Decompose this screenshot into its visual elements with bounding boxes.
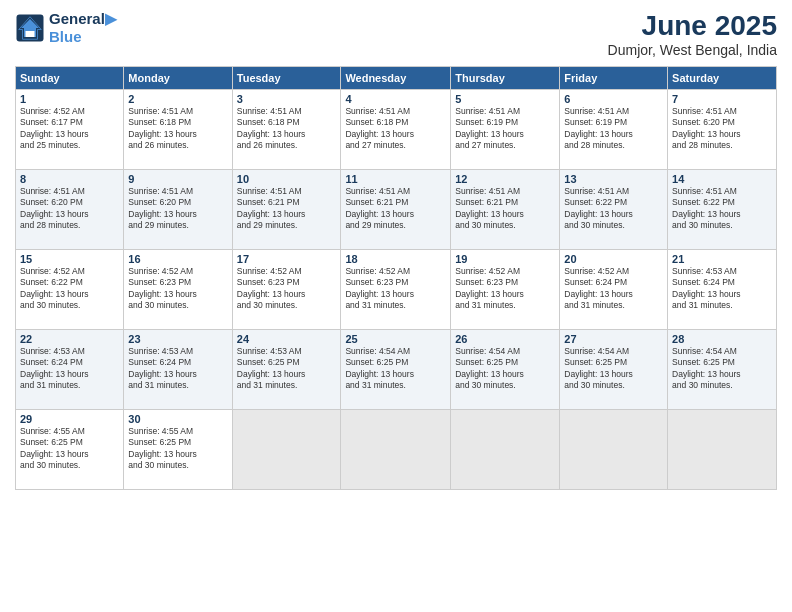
day-number: 9: [128, 173, 227, 185]
col-monday: Monday: [124, 67, 232, 90]
header-row: Sunday Monday Tuesday Wednesday Thursday…: [16, 67, 777, 90]
calendar-cell: [232, 410, 341, 490]
calendar-cell: 18Sunrise: 4:52 AMSunset: 6:23 PMDayligh…: [341, 250, 451, 330]
col-tuesday: Tuesday: [232, 67, 341, 90]
day-number: 20: [564, 253, 663, 265]
day-number: 7: [672, 93, 772, 105]
day-info: Sunrise: 4:52 AMSunset: 6:17 PMDaylight:…: [20, 106, 119, 152]
day-info: Sunrise: 4:51 AMSunset: 6:18 PMDaylight:…: [345, 106, 446, 152]
calendar-cell: 16Sunrise: 4:52 AMSunset: 6:23 PMDayligh…: [124, 250, 232, 330]
calendar-cell: 1Sunrise: 4:52 AMSunset: 6:17 PMDaylight…: [16, 90, 124, 170]
col-thursday: Thursday: [451, 67, 560, 90]
calendar-cell: 23Sunrise: 4:53 AMSunset: 6:24 PMDayligh…: [124, 330, 232, 410]
day-number: 28: [672, 333, 772, 345]
calendar-cell: 25Sunrise: 4:54 AMSunset: 6:25 PMDayligh…: [341, 330, 451, 410]
calendar-cell: 6Sunrise: 4:51 AMSunset: 6:19 PMDaylight…: [560, 90, 668, 170]
col-saturday: Saturday: [668, 67, 777, 90]
logo-text: General▶ Blue: [49, 10, 117, 45]
calendar-body: 1Sunrise: 4:52 AMSunset: 6:17 PMDaylight…: [16, 90, 777, 490]
day-info: Sunrise: 4:55 AMSunset: 6:25 PMDaylight:…: [128, 426, 227, 472]
day-info: Sunrise: 4:51 AMSunset: 6:21 PMDaylight:…: [237, 186, 337, 232]
day-info: Sunrise: 4:53 AMSunset: 6:24 PMDaylight:…: [20, 346, 119, 392]
calendar-cell: 11Sunrise: 4:51 AMSunset: 6:21 PMDayligh…: [341, 170, 451, 250]
day-info: Sunrise: 4:54 AMSunset: 6:25 PMDaylight:…: [564, 346, 663, 392]
day-number: 11: [345, 173, 446, 185]
page: General▶ Blue June 2025 Dumjor, West Ben…: [0, 0, 792, 612]
calendar-cell: 22Sunrise: 4:53 AMSunset: 6:24 PMDayligh…: [16, 330, 124, 410]
day-info: Sunrise: 4:53 AMSunset: 6:24 PMDaylight:…: [128, 346, 227, 392]
day-info: Sunrise: 4:51 AMSunset: 6:18 PMDaylight:…: [128, 106, 227, 152]
day-info: Sunrise: 4:51 AMSunset: 6:22 PMDaylight:…: [672, 186, 772, 232]
day-info: Sunrise: 4:51 AMSunset: 6:19 PMDaylight:…: [564, 106, 663, 152]
calendar-cell: 30Sunrise: 4:55 AMSunset: 6:25 PMDayligh…: [124, 410, 232, 490]
logo-icon: [15, 13, 45, 43]
day-info: Sunrise: 4:52 AMSunset: 6:23 PMDaylight:…: [455, 266, 555, 312]
day-info: Sunrise: 4:52 AMSunset: 6:23 PMDaylight:…: [237, 266, 337, 312]
week-row-1: 1Sunrise: 4:52 AMSunset: 6:17 PMDaylight…: [16, 90, 777, 170]
location: Dumjor, West Bengal, India: [608, 42, 777, 58]
week-row-2: 8Sunrise: 4:51 AMSunset: 6:20 PMDaylight…: [16, 170, 777, 250]
day-info: Sunrise: 4:51 AMSunset: 6:21 PMDaylight:…: [455, 186, 555, 232]
calendar-cell: 3Sunrise: 4:51 AMSunset: 6:18 PMDaylight…: [232, 90, 341, 170]
svg-rect-3: [26, 31, 35, 37]
calendar-cell: 27Sunrise: 4:54 AMSunset: 6:25 PMDayligh…: [560, 330, 668, 410]
day-info: Sunrise: 4:53 AMSunset: 6:25 PMDaylight:…: [237, 346, 337, 392]
calendar-cell: 4Sunrise: 4:51 AMSunset: 6:18 PMDaylight…: [341, 90, 451, 170]
col-friday: Friday: [560, 67, 668, 90]
week-row-3: 15Sunrise: 4:52 AMSunset: 6:22 PMDayligh…: [16, 250, 777, 330]
day-info: Sunrise: 4:51 AMSunset: 6:18 PMDaylight:…: [237, 106, 337, 152]
calendar-header: Sunday Monday Tuesday Wednesday Thursday…: [16, 67, 777, 90]
calendar-cell: 21Sunrise: 4:53 AMSunset: 6:24 PMDayligh…: [668, 250, 777, 330]
day-info: Sunrise: 4:52 AMSunset: 6:23 PMDaylight:…: [345, 266, 446, 312]
day-info: Sunrise: 4:51 AMSunset: 6:20 PMDaylight:…: [128, 186, 227, 232]
day-number: 6: [564, 93, 663, 105]
calendar-cell: 15Sunrise: 4:52 AMSunset: 6:22 PMDayligh…: [16, 250, 124, 330]
day-number: 29: [20, 413, 119, 425]
calendar-cell: 9Sunrise: 4:51 AMSunset: 6:20 PMDaylight…: [124, 170, 232, 250]
calendar-cell: 5Sunrise: 4:51 AMSunset: 6:19 PMDaylight…: [451, 90, 560, 170]
calendar-cell: 28Sunrise: 4:54 AMSunset: 6:25 PMDayligh…: [668, 330, 777, 410]
calendar-cell: [341, 410, 451, 490]
calendar-cell: [451, 410, 560, 490]
day-number: 13: [564, 173, 663, 185]
day-number: 24: [237, 333, 337, 345]
calendar-cell: 10Sunrise: 4:51 AMSunset: 6:21 PMDayligh…: [232, 170, 341, 250]
calendar-cell: [668, 410, 777, 490]
calendar-cell: 8Sunrise: 4:51 AMSunset: 6:20 PMDaylight…: [16, 170, 124, 250]
day-info: Sunrise: 4:54 AMSunset: 6:25 PMDaylight:…: [672, 346, 772, 392]
day-number: 10: [237, 173, 337, 185]
day-number: 17: [237, 253, 337, 265]
calendar-cell: 29Sunrise: 4:55 AMSunset: 6:25 PMDayligh…: [16, 410, 124, 490]
calendar-table: Sunday Monday Tuesday Wednesday Thursday…: [15, 66, 777, 490]
day-number: 30: [128, 413, 227, 425]
day-number: 2: [128, 93, 227, 105]
header: General▶ Blue June 2025 Dumjor, West Ben…: [15, 10, 777, 58]
week-row-4: 22Sunrise: 4:53 AMSunset: 6:24 PMDayligh…: [16, 330, 777, 410]
day-number: 16: [128, 253, 227, 265]
calendar-cell: 20Sunrise: 4:52 AMSunset: 6:24 PMDayligh…: [560, 250, 668, 330]
title-section: June 2025 Dumjor, West Bengal, India: [608, 10, 777, 58]
day-number: 27: [564, 333, 663, 345]
day-number: 25: [345, 333, 446, 345]
calendar-cell: 7Sunrise: 4:51 AMSunset: 6:20 PMDaylight…: [668, 90, 777, 170]
day-info: Sunrise: 4:51 AMSunset: 6:20 PMDaylight:…: [672, 106, 772, 152]
calendar-cell: 17Sunrise: 4:52 AMSunset: 6:23 PMDayligh…: [232, 250, 341, 330]
calendar-cell: 26Sunrise: 4:54 AMSunset: 6:25 PMDayligh…: [451, 330, 560, 410]
col-wednesday: Wednesday: [341, 67, 451, 90]
day-info: Sunrise: 4:52 AMSunset: 6:22 PMDaylight:…: [20, 266, 119, 312]
col-sunday: Sunday: [16, 67, 124, 90]
calendar-cell: 12Sunrise: 4:51 AMSunset: 6:21 PMDayligh…: [451, 170, 560, 250]
logo: General▶ Blue: [15, 10, 117, 45]
day-info: Sunrise: 4:51 AMSunset: 6:22 PMDaylight:…: [564, 186, 663, 232]
calendar-cell: [560, 410, 668, 490]
calendar-cell: 24Sunrise: 4:53 AMSunset: 6:25 PMDayligh…: [232, 330, 341, 410]
day-number: 4: [345, 93, 446, 105]
day-number: 22: [20, 333, 119, 345]
day-number: 8: [20, 173, 119, 185]
calendar-cell: 13Sunrise: 4:51 AMSunset: 6:22 PMDayligh…: [560, 170, 668, 250]
calendar-cell: 2Sunrise: 4:51 AMSunset: 6:18 PMDaylight…: [124, 90, 232, 170]
day-number: 12: [455, 173, 555, 185]
month-title: June 2025: [608, 10, 777, 42]
day-info: Sunrise: 4:54 AMSunset: 6:25 PMDaylight:…: [345, 346, 446, 392]
calendar-cell: 19Sunrise: 4:52 AMSunset: 6:23 PMDayligh…: [451, 250, 560, 330]
